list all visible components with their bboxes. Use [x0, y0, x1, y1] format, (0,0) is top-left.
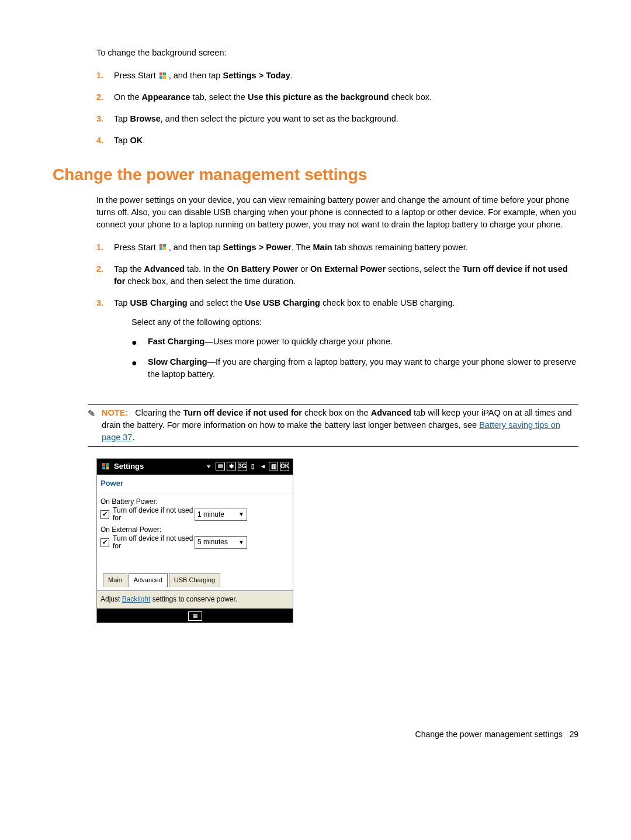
item-number: 3. [96, 113, 114, 125]
item-text: Tap Browse, and then select the picture … [114, 113, 578, 125]
item-number: 4. [96, 134, 114, 147]
list-item: 1. Press Start , and then tap Settings >… [96, 241, 578, 254]
checkbox-external-turnoff[interactable]: ✔ [100, 538, 109, 547]
list-item: 3. Tap Browse, and then select the pictu… [96, 113, 578, 125]
list-item: ● Slow Charging—If you are charging from… [131, 356, 578, 381]
windows-icon [160, 72, 168, 80]
dropdown-battery-time[interactable]: 1 minute▼ [195, 509, 247, 521]
section-heading: Change the power management settings [53, 163, 578, 187]
intro-text: To change the background screen: [96, 47, 578, 59]
windows-icon [160, 244, 168, 252]
body-paragraph: In the power settings on your device, yo… [96, 194, 578, 231]
ok-button[interactable]: OK [280, 462, 289, 471]
item-text: Press Start , and then tap Settings > Po… [114, 241, 578, 254]
dropdown-external-time[interactable]: 5 minutes▼ [195, 536, 247, 548]
item-number: 2. [96, 91, 114, 103]
keyboard-icon[interactable]: ▦ [188, 611, 202, 621]
chevron-down-icon: ▼ [238, 538, 244, 547]
mail-icon: ✉ [216, 462, 225, 471]
panel-body: On Battery Power: ✔ Turn off device if n… [97, 493, 293, 590]
checkbox-label: Turn off device if not used for [113, 535, 195, 550]
tab-advanced[interactable]: Advanced [129, 573, 168, 587]
list-item: 1. Press Start , and then tap Settings >… [96, 70, 578, 82]
item-number: 2. [96, 263, 114, 275]
bullet-icon: ● [131, 336, 148, 349]
item-number: 1. [96, 241, 114, 254]
checkbox-battery-turnoff[interactable]: ✔ [100, 510, 109, 519]
item-text: Tap OK. [114, 134, 578, 147]
list-item: 3. Tap USB Charging and select the Use U… [96, 297, 578, 388]
hint-row: Adjust Backlight settings to conserve po… [97, 590, 293, 608]
item-text: Tap the Advanced tab. In the On Battery … [114, 263, 578, 288]
bluetooth-icon: ✱ [227, 462, 236, 471]
sub-bullet-list: ● Fast Charging—Uses more power to quick… [131, 336, 578, 381]
page-footer: Change the power management settings 29 [53, 728, 578, 740]
speaker-icon: ◄ [259, 462, 267, 471]
window-title: Settings [114, 461, 144, 472]
note-callout: ✎ NOTE: Clearing the Turn off device if … [88, 404, 578, 447]
windows-icon[interactable] [102, 462, 110, 471]
list-item: ● Fast Charging—Uses more power to quick… [131, 336, 578, 349]
item-text: Press Start , and then tap Settings > To… [114, 70, 578, 82]
steps-list-1: 1. Press Start , and then tap Settings >… [96, 70, 578, 147]
status-tray: ᯤ ✉ ✱ 3G ▯ ◄ ▥ OK [206, 462, 289, 471]
item-text: Tap USB Charging and select the Use USB … [114, 297, 578, 388]
note-icon: ✎ [88, 407, 102, 444]
signal-icon: ᯤ [206, 462, 214, 471]
steps-list-2: 1. Press Start , and then tap Settings >… [96, 241, 578, 388]
bullet-icon: ● [131, 356, 148, 369]
backlight-link[interactable]: Backlight [122, 595, 151, 603]
checkbox-label: Turn off device if not used for [113, 507, 195, 522]
item-number: 3. [96, 297, 114, 309]
tab-bar: Main Advanced USB Charging [100, 573, 289, 587]
tab-usb-charging[interactable]: USB Charging [169, 573, 220, 587]
device-screenshot: Settings ᯤ ✉ ✱ 3G ▯ ◄ ▥ OK Power On Batt… [96, 458, 293, 623]
section-label: On External Power: [100, 525, 289, 535]
tab-main[interactable]: Main [103, 573, 127, 587]
sip-bar: ▦ [97, 609, 293, 623]
battery-icon: ▥ [269, 462, 278, 471]
list-item: 4. Tap OK. [96, 134, 578, 147]
network-3g-icon: 3G [238, 462, 247, 471]
list-item: 2. On the Appearance tab, select the Use… [96, 91, 578, 103]
item-number: 1. [96, 70, 114, 82]
note-text: NOTE: Clearing the Turn off device if no… [102, 407, 578, 444]
chevron-down-icon: ▼ [238, 510, 244, 519]
titlebar: Settings ᯤ ✉ ✱ 3G ▯ ◄ ▥ OK [97, 459, 293, 475]
panel-title: Power [97, 475, 293, 493]
sub-intro: Select any of the following options: [131, 316, 578, 329]
list-item: 2. Tap the Advanced tab. In the On Batte… [96, 263, 578, 288]
bars-icon: ▯ [249, 462, 257, 471]
item-text: On the Appearance tab, select the Use th… [114, 91, 578, 103]
section-label: On Battery Power: [100, 497, 289, 507]
